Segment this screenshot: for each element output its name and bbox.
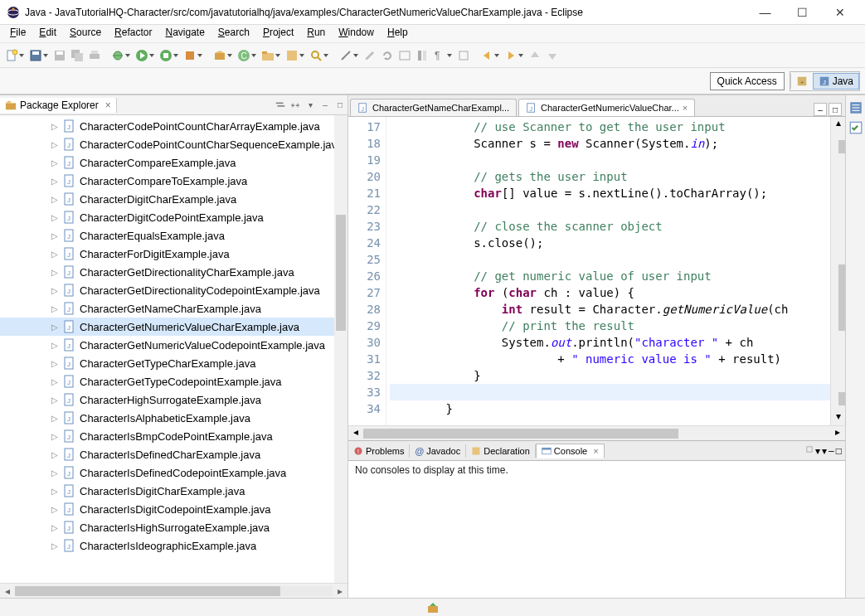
text-button[interactable]: ¶ <box>431 47 448 64</box>
menu-edit[interactable]: Edit <box>32 25 63 42</box>
link-editor-button[interactable] <box>288 98 303 113</box>
tree-file[interactable]: ▷JCharacterDigitCodePointExample.java <box>0 208 347 226</box>
svg-rect-11 <box>90 54 100 59</box>
console-display-button[interactable]: ▾ <box>815 445 820 457</box>
tree-file[interactable]: ▷JCharacterIsAlphabeticExample.java <box>0 409 347 427</box>
editor-tab-1[interactable]: J CharacterGetNameCharExampl... <box>350 99 517 116</box>
tree-file[interactable]: ▷JCharacterEqualsExample.java <box>0 226 347 245</box>
javadoc-tab[interactable]: @Javadoc <box>410 444 466 458</box>
coverage-button[interactable] <box>158 47 174 64</box>
close-icon[interactable]: × <box>105 99 111 111</box>
external-tools-button[interactable] <box>182 47 198 64</box>
menu-window[interactable]: Window <box>332 25 381 42</box>
new-folder-button[interactable] <box>260 47 276 64</box>
outline-button[interactable] <box>396 47 413 64</box>
wand-button[interactable] <box>338 47 354 64</box>
run-button[interactable] <box>134 47 150 64</box>
tree-file[interactable]: ▷JCharacterGetDirectionalityCharExample.… <box>0 263 347 281</box>
tree-file[interactable]: ▷JCharacterGetNumericValueCharExample.ja… <box>0 318 347 336</box>
tree-file-label: CharacterDigitCodePointExample.java <box>80 211 264 224</box>
menu-navigate[interactable]: Navigate <box>158 25 211 42</box>
close-icon[interactable]: × <box>593 446 598 456</box>
tree-file[interactable]: ▷JCharacterIsDefinedCharExample.java <box>0 445 347 463</box>
tree-file[interactable]: ▷JCharacterIsDigitCharExample.java <box>0 482 347 500</box>
collapse-all-button[interactable] <box>273 98 288 113</box>
svg-text:J: J <box>67 470 70 478</box>
toggle-button[interactable] <box>414 47 430 64</box>
menu-source[interactable]: Source <box>63 25 108 42</box>
menu-search[interactable]: Search <box>211 25 256 42</box>
menu-run[interactable]: Run <box>300 25 332 42</box>
menu-file[interactable]: File <box>3 25 32 42</box>
new-button[interactable] <box>3 47 20 64</box>
minimize-button[interactable]: — <box>746 1 784 24</box>
maximize-button[interactable]: ☐ <box>784 1 821 24</box>
open-perspective-button[interactable]: + <box>790 74 813 89</box>
editor-horizontal-scrollbar[interactable]: ◂ ▸ <box>348 425 845 440</box>
minimize-editor-button[interactable]: – <box>814 103 827 116</box>
minimize-bottom-button[interactable]: – <box>829 445 834 457</box>
tree-file[interactable]: ▷JCharacterGetTypeCodepointExample.java <box>0 372 347 390</box>
view-menu-button[interactable]: ▾ <box>303 98 318 113</box>
updates-icon[interactable] <box>426 601 440 614</box>
outline-icon[interactable] <box>848 100 863 115</box>
tree-file[interactable]: ▷JCharacterIsBmpCodePointExample.java <box>0 427 347 445</box>
save-button[interactable] <box>51 47 68 64</box>
console-new-button[interactable]: ▾ <box>822 445 827 457</box>
tree-file[interactable]: ▷JCharacterIsDefinedCodepointExample.jav… <box>0 463 347 482</box>
up-button[interactable] <box>527 47 543 64</box>
search-button[interactable] <box>308 47 324 64</box>
package-explorer-tab[interactable]: Package Explorer × <box>0 98 117 113</box>
tree-file[interactable]: ▷JCharacterGetNameCharExample.java <box>0 299 347 318</box>
new-class-button[interactable]: C <box>236 47 252 64</box>
down-button[interactable] <box>544 47 561 64</box>
vertical-scrollbar[interactable] <box>334 115 347 583</box>
tree-file[interactable]: ▷JCharacterGetTypeCharExample.java <box>0 354 347 372</box>
back-button[interactable] <box>479 47 495 64</box>
save-all-button[interactable] <box>69 47 85 64</box>
print-button[interactable] <box>86 47 103 64</box>
tree-file[interactable]: ▷JCharacterCompareExample.java <box>0 153 347 172</box>
forward-button[interactable] <box>503 47 519 64</box>
close-icon[interactable]: × <box>683 103 688 113</box>
maximize-editor-button[interactable]: □ <box>829 103 842 116</box>
console-tab[interactable]: Console× <box>536 444 605 458</box>
code-editor[interactable]: 171819202122232425262728293031323334 // … <box>348 117 845 425</box>
quick-access-input[interactable]: Quick Access <box>710 72 785 90</box>
close-button[interactable]: ✕ <box>821 1 858 24</box>
menu-refactor[interactable]: Refactor <box>108 25 158 42</box>
tree-file[interactable]: ▷JCharacterHighSurrogateExample.java <box>0 390 347 409</box>
tree-file[interactable]: ▷JCharacterIsDigitCodepointExample.java <box>0 500 347 518</box>
new-package-button[interactable] <box>211 47 228 64</box>
minimize-view-button[interactable]: – <box>318 98 333 113</box>
task-list-icon[interactable] <box>848 120 863 135</box>
tree-file[interactable]: ▷JCharacterDigitCharExample.java <box>0 190 347 208</box>
maximize-bottom-button[interactable]: □ <box>836 445 842 457</box>
tree-file[interactable]: ▷JCharacterForDigitExample.java <box>0 245 347 263</box>
console-pin-button[interactable] <box>805 445 814 457</box>
menu-project[interactable]: Project <box>256 25 300 42</box>
pin-button[interactable] <box>455 47 472 64</box>
problems-tab[interactable]: !Problems <box>348 444 410 458</box>
java-perspective-button[interactable]: J Java <box>813 73 859 90</box>
tree-file[interactable]: ▷JCharacterIsHighSurrogateExample.java <box>0 518 347 536</box>
tree-file[interactable]: ▷JCharacterCompareToExample.java <box>0 172 347 190</box>
declaration-tab[interactable]: Declaration <box>466 444 536 458</box>
edit-button[interactable] <box>362 47 378 64</box>
refresh-button[interactable] <box>379 47 396 64</box>
editor-tab-2[interactable]: J CharacterGetNumericValueChar... × <box>518 99 695 116</box>
save-group-button[interactable] <box>27 47 44 64</box>
horizontal-scrollbar[interactable]: ◂ ▸ <box>0 583 347 598</box>
tree-file[interactable]: ▷JCharacterCodePointCountCharSequenceExa… <box>0 135 347 153</box>
tree-file[interactable]: ▷JCharacterGetDirectionalityCodepointExa… <box>0 281 347 299</box>
code-content[interactable]: // use Scanner to get the user input Sca… <box>386 117 830 425</box>
debug-button[interactable] <box>109 47 126 64</box>
tree-file[interactable]: ▷JCharacterGetNumericValueCodepointExamp… <box>0 336 347 354</box>
tree-file[interactable]: ▷JCharacterIsIdeographicExample.java <box>0 536 347 555</box>
open-type-button[interactable] <box>284 47 300 64</box>
menu-help[interactable]: Help <box>381 25 415 42</box>
package-tree[interactable]: ▷JCharacterCodePointCountCharArrayExampl… <box>0 115 347 583</box>
tree-file[interactable]: ▷JCharacterCodePointCountCharArrayExampl… <box>0 117 347 135</box>
editor-vertical-scrollbar[interactable]: ▴ ▾ <box>830 117 845 425</box>
maximize-view-button[interactable]: □ <box>333 98 347 113</box>
